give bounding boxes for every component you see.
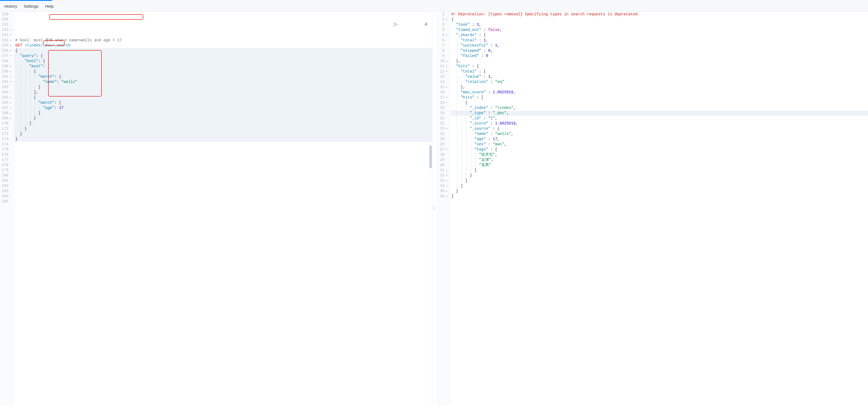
code-line[interactable]: │ │ ] bbox=[14, 121, 432, 126]
code-line[interactable]: │ │ │ "_id" : "1", bbox=[451, 116, 868, 121]
line-number[interactable]: 30 bbox=[437, 163, 448, 168]
code-line[interactable]: │ │ │ { bbox=[14, 69, 432, 74]
code-line[interactable]: │ "failed" : 0 bbox=[451, 53, 868, 59]
line-number[interactable]: 151 bbox=[1, 22, 12, 27]
code-line[interactable] bbox=[14, 178, 432, 183]
line-number[interactable]: 12▾ bbox=[437, 69, 448, 74]
wrench-icon[interactable] bbox=[401, 17, 429, 34]
line-number[interactable]: 183 bbox=[1, 189, 12, 194]
line-number[interactable]: 21 bbox=[437, 116, 448, 121]
line-number[interactable]: 166▴ bbox=[1, 100, 12, 105]
code-line[interactable] bbox=[14, 220, 432, 225]
line-number[interactable]: 174 bbox=[1, 142, 12, 147]
code-line[interactable]: } bbox=[451, 189, 868, 194]
line-number[interactable]: 179 bbox=[1, 168, 12, 173]
line-number[interactable]: 14 bbox=[437, 79, 448, 85]
request-gutter[interactable]: 149150151152▾153▾154▾155▾156▾157▾158159▴… bbox=[0, 12, 14, 405]
request-editor[interactable]: # bool: must 查询 where name=wells and age… bbox=[14, 12, 432, 405]
code-line[interactable]: │ │ "relation" : "eq" bbox=[451, 79, 868, 85]
code-line[interactable]: │ │ │ } bbox=[14, 116, 432, 121]
line-number[interactable]: 153▾ bbox=[1, 33, 12, 38]
code-line[interactable]: │ │ │ "_index" : "tindex", bbox=[451, 105, 868, 111]
line-number[interactable]: 9 bbox=[437, 53, 448, 59]
line-number[interactable]: 33▴ bbox=[437, 178, 448, 183]
code-line[interactable]: │ │ │ │ "sex" : "man", bbox=[451, 142, 868, 147]
code-line[interactable]: │ │ │ │ ] bbox=[451, 168, 868, 173]
line-number[interactable]: 34▴ bbox=[437, 183, 448, 189]
code-line[interactable] bbox=[14, 214, 432, 220]
line-number[interactable]: 182 bbox=[1, 183, 12, 189]
code-line[interactable]: } bbox=[451, 194, 868, 199]
line-number[interactable]: 2▾ bbox=[437, 17, 448, 22]
code-line[interactable] bbox=[14, 194, 432, 199]
code-line[interactable]: }, bbox=[451, 59, 868, 64]
line-number[interactable]: 149 bbox=[1, 12, 12, 17]
code-line[interactable] bbox=[14, 147, 432, 152]
line-number[interactable]: 157▾ bbox=[1, 53, 12, 59]
line-number[interactable]: 181 bbox=[1, 178, 12, 183]
code-line[interactable]: "hits" : { bbox=[451, 64, 868, 69]
line-number[interactable]: 19 bbox=[437, 105, 448, 111]
code-line[interactable]: # bool: must 查询 where name=wells and age… bbox=[14, 38, 432, 43]
line-number[interactable]: 31▴ bbox=[437, 168, 448, 173]
line-number[interactable]: 176 bbox=[1, 152, 12, 157]
code-line[interactable]: │ "hits" : [ bbox=[451, 95, 868, 100]
code-line[interactable]: │ │ "must": [ bbox=[14, 64, 432, 69]
code-line[interactable] bbox=[14, 209, 432, 214]
line-number[interactable]: 10▴ bbox=[437, 59, 448, 64]
code-line[interactable] bbox=[14, 168, 432, 173]
code-line[interactable]: │ │ │ { bbox=[14, 95, 432, 100]
code-line[interactable] bbox=[14, 189, 432, 194]
line-number[interactable]: 7 bbox=[437, 43, 448, 48]
line-number[interactable]: 1 bbox=[437, 12, 448, 17]
code-line[interactable]: │ │ │ │ } bbox=[14, 85, 432, 90]
menu-history[interactable]: History bbox=[4, 4, 17, 8]
code-line[interactable]: │ │ "value" : 1, bbox=[451, 74, 868, 79]
code-line[interactable]: │ │ │ "_score" : 1.8025916, bbox=[451, 121, 868, 126]
line-number[interactable]: 170 bbox=[1, 121, 12, 126]
line-number[interactable]: 159▴ bbox=[1, 64, 12, 69]
line-number[interactable]: 17▾ bbox=[437, 95, 448, 100]
request-scrollbar-thumb[interactable] bbox=[429, 145, 432, 168]
code-line[interactable]: │ │ │ │ "match": { bbox=[14, 74, 432, 79]
line-number[interactable]: 20 bbox=[437, 111, 448, 116]
line-number[interactable]: 26 bbox=[437, 142, 448, 147]
code-line[interactable]: "_shards" : { bbox=[451, 33, 868, 38]
line-number[interactable]: 22 bbox=[437, 121, 448, 126]
line-number[interactable]: 36▴ bbox=[437, 194, 448, 199]
line-number[interactable]: 32▴ bbox=[437, 173, 448, 178]
code-line[interactable]: │ │ │ "_source" : { bbox=[451, 126, 868, 132]
code-line[interactable] bbox=[14, 173, 432, 178]
code-line[interactable] bbox=[14, 204, 432, 209]
code-line[interactable]: #! Deprecation: [types removal] Specifyi… bbox=[451, 12, 868, 17]
line-number[interactable]: 25 bbox=[437, 137, 448, 142]
code-line[interactable]: "timed_out" : false, bbox=[451, 27, 868, 33]
line-number[interactable]: 150 bbox=[1, 17, 12, 22]
code-line[interactable]: │ │ │ │ │ "技术宅", bbox=[451, 152, 868, 157]
response-gutter[interactable]: 12▾345▾678910▴11▾12▾131415▴1617▾18▾19202… bbox=[436, 12, 451, 405]
line-number[interactable]: 15▴ bbox=[437, 85, 448, 90]
line-number[interactable]: 6 bbox=[437, 38, 448, 43]
code-line[interactable]: │ } bbox=[14, 126, 432, 132]
code-line[interactable]: │ │ { bbox=[451, 100, 868, 105]
line-number[interactable]: 160▴ bbox=[1, 69, 12, 74]
line-number[interactable]: 28 bbox=[437, 152, 448, 157]
code-line[interactable]: { bbox=[451, 17, 868, 22]
menu-settings[interactable]: Settings bbox=[24, 4, 38, 8]
code-line[interactable]: │ "total" : { bbox=[451, 69, 868, 74]
code-line[interactable]: │ │ } bbox=[451, 178, 868, 183]
code-line[interactable]: GET /tindex/_doc/_search bbox=[14, 43, 432, 48]
line-number[interactable]: 161▾ bbox=[1, 74, 12, 79]
line-number[interactable]: 11▾ bbox=[437, 64, 448, 69]
line-number[interactable]: 16 bbox=[437, 90, 448, 95]
code-line[interactable]: } bbox=[14, 132, 432, 137]
code-line[interactable]: │ │ │ │ │ "足球", bbox=[451, 157, 868, 163]
code-line[interactable]: │ "bool": { bbox=[14, 59, 432, 64]
code-line[interactable]: │ }, bbox=[451, 85, 868, 90]
line-number[interactable]: 178 bbox=[1, 163, 12, 168]
line-number[interactable]: 5▾ bbox=[437, 33, 448, 38]
code-line[interactable]: │ ] bbox=[451, 183, 868, 189]
line-number[interactable]: 162▾ bbox=[1, 79, 12, 85]
line-number[interactable]: 169▴ bbox=[1, 116, 12, 121]
line-number[interactable]: 168▴ bbox=[1, 111, 12, 116]
